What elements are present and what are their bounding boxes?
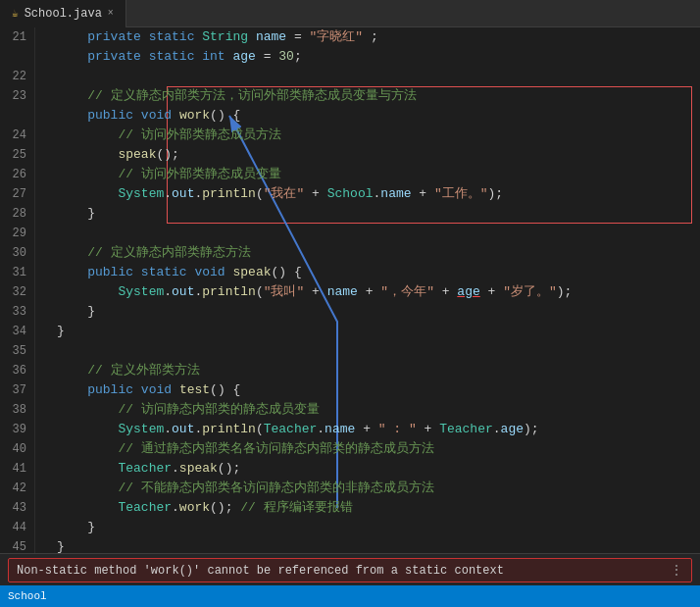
java-icon: ☕	[12, 7, 19, 20]
tab-school-java[interactable]: ☕ School.java ×	[0, 0, 126, 27]
code-line: // 访问外部类静态成员方法	[57, 126, 700, 145]
more-options-icon[interactable]: ⋮	[670, 562, 683, 579]
code-line: speak();	[57, 145, 700, 165]
code-content[interactable]: private static String name = "字晓红" ; pri…	[53, 27, 700, 553]
code-line: Teacher.speak();	[57, 459, 700, 479]
code-line: }	[57, 322, 700, 341]
code-line: }	[57, 518, 700, 537]
editor-area: 2122232425262728293031323334353637383940…	[0, 27, 700, 553]
code-line: private static int age = 30;	[57, 47, 700, 67]
code-line	[57, 224, 700, 243]
code-line	[57, 341, 700, 361]
code-line: private static String name = "字晓红" ;	[57, 27, 700, 47]
code-line: // 访问外部类静态成员变量	[57, 165, 700, 184]
tab-label: School.java	[25, 7, 102, 21]
code-line: Teacher.work(); // 程序编译要报错	[57, 498, 700, 518]
code-line: public static void speak() {	[57, 263, 700, 282]
code-line: // 不能静态内部类各访问静态内部类的非静态成员方法	[57, 479, 700, 498]
code-line: // 定义静态内部类静态方法	[57, 243, 700, 263]
code-line: // 通过静态内部类名各访问静态内部类的静态成员方法	[57, 439, 700, 459]
code-line: System.out.println("我在" + School.name + …	[57, 184, 700, 204]
code-line: public void work() {	[57, 106, 700, 126]
code-line: // 访问静态内部类的静态成员变量	[57, 400, 700, 420]
line-numbers: 2122232425262728293031323334353637383940…	[0, 27, 35, 553]
code-line: }	[57, 302, 700, 322]
code-line: System.out.println("我叫" + name + "，今年" +…	[57, 282, 700, 302]
error-message: Non-static method 'work()' cannot be ref…	[17, 564, 504, 578]
code-line: }	[57, 204, 700, 224]
code-line: // 定义静态内部类方法，访问外部类静态成员变量与方法	[57, 86, 700, 106]
close-icon[interactable]: ×	[108, 8, 114, 19]
code-line	[57, 67, 700, 86]
code-line: System.out.println(Teacher.name + " : " …	[57, 420, 700, 439]
status-text: School	[8, 590, 47, 602]
code-line: public void test() {	[57, 380, 700, 400]
code-line: }	[57, 537, 700, 553]
error-bar: Non-static method 'work()' cannot be ref…	[8, 558, 692, 582]
gutter	[35, 27, 53, 553]
status-bar: School	[0, 585, 700, 607]
code-line: // 定义外部类方法	[57, 361, 700, 380]
tab-bar: ☕ School.java ×	[0, 0, 700, 27]
